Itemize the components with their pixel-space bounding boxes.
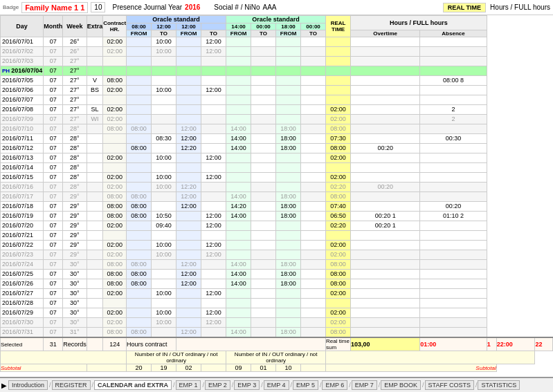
table-row: 2016/07/230729°02:0010:0012:0002:00 (1, 250, 553, 260)
tab-emp-5[interactable]: EMP 5 (293, 380, 318, 390)
col-header-to3: TO (251, 30, 276, 37)
tab-separator: / (349, 382, 351, 389)
tab-introduction[interactable]: Introduction (8, 380, 48, 390)
table-row: 2016/07/130728°02:0010:0012:0002:00 (1, 153, 553, 163)
col-header-absence: Absence (420, 30, 487, 37)
table-row: 2016/07/250730°08:0008:0012:0014:0018:00… (1, 270, 553, 279)
hours-label: Hours / FULL hours (490, 3, 550, 11)
time-header-4b: 00:00 (301, 24, 326, 30)
table-row: 2016/07/080727°SL02:0002:002 (1, 105, 553, 115)
col-header-contract: ContractHR. (103, 16, 127, 37)
table-row: 2016/07/020726°02:0010:0012:00 (1, 47, 553, 57)
col-header-from1: FROM (127, 30, 152, 37)
col-header-to1: TO (152, 30, 176, 37)
col-header-week: Week (63, 16, 87, 37)
time-header-2a: 12:00 (152, 24, 176, 30)
tab-separator: / (475, 382, 478, 389)
presence-year: 2016 (185, 3, 200, 11)
table-scroll-area[interactable]: Day Month Week Extra ContractHR. Oracle … (0, 15, 553, 377)
table-row: 2016/07/290730°02:0010:0012:0002:00 (1, 308, 553, 318)
col-header-hours: Hours / FULL hours (351, 16, 487, 30)
time-header-3b: 00:00 (251, 24, 276, 30)
time-header-2b: 12:00 (176, 24, 201, 30)
table-row: 2016/07/220729°02:0010:0012:0002:00 (1, 241, 553, 250)
table-row: 2016/07/140728° (1, 163, 553, 173)
table-row: 2016/07/160728°02:0010:0012:2002:2000:20 (1, 183, 553, 192)
tab-statistics[interactable]: STATISTICS (478, 380, 520, 390)
presence-label: Presence Journal Year (112, 3, 182, 11)
table-row: 2016/07/010726°02:0010:0012:00 (1, 37, 553, 47)
time-header-1a: 08:00 (127, 24, 152, 30)
col-header-oracle2: Oracle standard (226, 16, 326, 24)
table-row: 2016/07/100728°08:0008:0012:0014:0018:00… (1, 124, 553, 134)
col-header-oracle1: Oracle standard (127, 16, 226, 24)
table-row: 2016/07/170729°08:0008:0012:0014:0018:00… (1, 192, 553, 202)
table-row: 2016/07/210729° (1, 231, 553, 241)
time-header-x (201, 24, 226, 30)
col-header-from3: FROM (226, 30, 251, 37)
table-row: 2016/07/240730°08:0008:0012:0014:0018:00… (1, 260, 553, 270)
table-row: 2016/07/260730°08:0008:0012:0014:0018:00… (1, 279, 553, 289)
col-header-from4: FROM (276, 30, 301, 37)
table-row: 2016/07/050727°V08:0008:00 8 (1, 76, 553, 86)
col-header-to2: TO (201, 30, 226, 37)
tab-emp-1[interactable]: EMP 1 (176, 380, 201, 390)
tab-emp-4[interactable]: EMP 4 (264, 380, 289, 390)
family-name: Family Name 1 1 (21, 2, 88, 13)
table-row: 2016/07/270730°02:0010:0012:0002:00 (1, 289, 553, 299)
tab-emp-2[interactable]: EMP 2 (205, 380, 230, 390)
tab-separator: / (49, 382, 51, 389)
tab-separator: / (232, 382, 234, 389)
table-row: 2016/07/150728°02:0010:0012:0002:00 (1, 173, 553, 183)
table-row: 2016/07/180729°08:0008:0012:0014:2018:00… (1, 202, 553, 212)
col-header-from2: FROM (176, 30, 201, 37)
col-header-day: Day (1, 16, 44, 37)
tab-separator: / (261, 382, 263, 389)
tab-nav-left[interactable]: ▶ (1, 382, 7, 389)
tab-emp-6[interactable]: EMP 6 (322, 380, 347, 390)
presence-table: Day Month Week Extra ContractHR. Oracle … (0, 15, 553, 372)
tabs-bar: ▶ Introduction/REGISTER/CALENDAR and EXT… (0, 377, 553, 392)
col-header-overtime: Overtime (351, 30, 420, 37)
col-header-realtime: REAL TIME (326, 16, 351, 37)
tab-emp-book[interactable]: EMP BOOK (381, 380, 421, 390)
table-row: 2016/07/060727°BS02:0010:0012:00 (1, 86, 553, 95)
time-header-4a: 18:00 (276, 24, 301, 30)
social-value: AAA (263, 3, 277, 11)
table-row: 2016/07/110728°08:3012:0014:0018:0007:30… (1, 134, 553, 144)
tab-register[interactable]: REGISTER (52, 380, 91, 390)
col-header-month: Month (44, 16, 63, 37)
tab-emp-3[interactable]: EMP 3 (234, 380, 260, 390)
tab-separator: / (422, 382, 424, 389)
real-time-header: REAL TIME (443, 3, 486, 12)
table-row: 2016/07/300730°02:0010:0012:0002:00 (1, 318, 553, 328)
badge-label: Badge (3, 4, 19, 10)
table-row: 2016/07/190729°08:0008:0010:5012:0014:00… (1, 212, 553, 221)
ph-label: PH (2, 68, 10, 74)
table-row: 2016/07/280730° (1, 299, 553, 308)
social-label: Social # / NiNo (214, 3, 260, 11)
table-row: PH2016/07/040727° (1, 66, 553, 76)
badge-value: 10 (91, 2, 105, 12)
tab-separator: / (379, 382, 381, 389)
tab-separator: / (92, 382, 94, 389)
table-row: 2016/07/070727° (1, 95, 553, 105)
table-row: 2016/07/090727°WI02:0002:002 (1, 115, 553, 124)
col-header-to4: TO (301, 30, 326, 37)
col-header-extra: Extra (87, 16, 103, 37)
tab-calendar-and-extra[interactable]: CALENDAR and EXTRA (94, 380, 172, 390)
inout-values-row: Subtotal 20 19 02 09 01 10 Subtotal (1, 364, 553, 372)
inout-row: Number of IN / OUT ordinary / not ordina… (1, 351, 553, 364)
table-row: 2016/07/120728°08:0012:2014:0018:0008:00… (1, 144, 553, 153)
tab-separator: / (291, 382, 293, 389)
table-row: 2016/07/030727° (1, 57, 553, 66)
tab-separator: / (202, 382, 204, 389)
summary-row: Selected 31 Records 124 Hours contract R… (1, 337, 553, 351)
time-header-3a: 14:00 (226, 24, 251, 30)
table-row: 2016/07/310731°08:0008:0012:0014:0018:00… (1, 328, 553, 338)
tab-separator: / (173, 382, 175, 389)
tab-staff-costs[interactable]: STAFF COSTS (425, 380, 474, 390)
tab-emp-7[interactable]: EMP 7 (352, 380, 377, 390)
table-row: 2016/07/200729°02:0009:4012:0002:2000:20… (1, 221, 553, 231)
tab-separator: / (320, 382, 322, 389)
